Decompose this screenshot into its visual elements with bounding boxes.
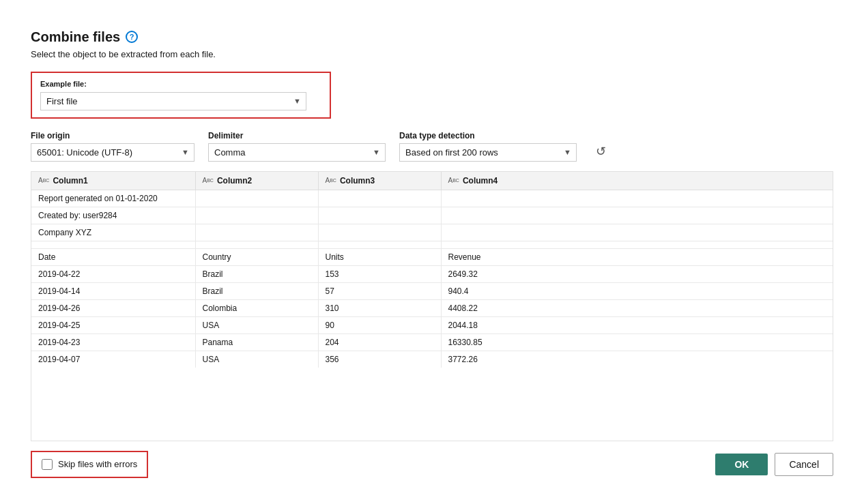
table-cell-7-0: 2019-04-26 [31, 299, 195, 316]
table-cell-1-3 [441, 207, 833, 224]
table-row: 2019-04-07USA3563772.26 [31, 351, 833, 368]
table-cell-7-1: Colombia [195, 299, 318, 316]
skip-files-section: Skip files with errors [31, 451, 148, 478]
table-row: 2019-04-23Panama20416330.85 [31, 333, 833, 351]
col-type-icon-1: ABC [203, 177, 214, 184]
table-cell-4-3: Revenue [441, 248, 833, 265]
table-cell-1-0: Created by: user9284 [31, 207, 195, 224]
table-row: Report generated on 01-01-2020 [31, 190, 833, 207]
table-row: Created by: user9284 [31, 207, 833, 224]
title-row: Combine files ? [31, 29, 833, 45]
table-cell-3-2 [318, 241, 441, 248]
data-type-label: Data type detection [399, 131, 577, 140]
delimiter-wrapper[interactable]: Comma ▼ [208, 143, 386, 162]
dialog-subtitle: Select the object to be extracted from e… [31, 49, 833, 59]
table-row: Company XYZ [31, 224, 833, 241]
cancel-button[interactable]: Cancel [775, 453, 833, 476]
table-cell-4-0: Date [31, 248, 195, 265]
table-cell-7-3: 4408.22 [441, 299, 833, 316]
table-cell-1-1 [195, 207, 318, 224]
example-file-section: Example file: First file ▼ [31, 72, 331, 119]
data-table-wrapper: ABCColumn1ABCColumn2ABCColumn3ABCColumn4… [31, 171, 833, 441]
skip-files-label: Skip files with errors [58, 459, 137, 469]
table-header-row: ABCColumn1ABCColumn2ABCColumn3ABCColumn4 [31, 172, 833, 190]
col-type-icon-0: ABC [38, 177, 49, 184]
table-cell-1-2 [318, 207, 441, 224]
table-cell-5-1: Brazil [195, 265, 318, 282]
table-cell-4-1: Country [195, 248, 318, 265]
table-cell-6-3: 940.4 [441, 282, 833, 299]
table-cell-6-0: 2019-04-14 [31, 282, 195, 299]
delimiter-group: Delimiter Comma ▼ [208, 131, 386, 162]
table-cell-5-2: 153 [318, 265, 441, 282]
dialog-title: Combine files [31, 29, 120, 45]
table-cell-5-3: 2649.32 [441, 265, 833, 282]
table-cell-9-3: 16330.85 [441, 333, 833, 351]
table-cell-8-3: 2044.18 [441, 316, 833, 333]
ok-button[interactable]: OK [715, 454, 768, 475]
help-icon[interactable]: ? [126, 31, 138, 43]
table-cell-9-2: 204 [318, 333, 441, 351]
col-header-3: ABCColumn4 [441, 172, 833, 190]
table-cell-10-2: 356 [318, 351, 441, 368]
skip-files-checkbox[interactable] [42, 459, 53, 470]
table-container[interactable]: ABCColumn1ABCColumn2ABCColumn3ABCColumn4… [31, 172, 833, 441]
table-cell-3-1 [195, 241, 318, 248]
col-label-0: Column1 [53, 176, 87, 186]
example-file-label: Example file: [40, 80, 321, 88]
table-cell-9-1: Panama [195, 333, 318, 351]
example-file-select[interactable]: First file [40, 92, 306, 110]
table-cell-3-0 [31, 241, 195, 248]
file-origin-select[interactable]: 65001: Unicode (UTF-8) [31, 143, 195, 162]
col-label-3: Column4 [463, 176, 498, 186]
delimiter-label: Delimiter [208, 131, 386, 140]
table-cell-2-3 [441, 224, 833, 241]
table-cell-6-1: Brazil [195, 282, 318, 299]
col-header-2: ABCColumn3 [318, 172, 441, 190]
file-origin-wrapper[interactable]: 65001: Unicode (UTF-8) ▼ [31, 143, 195, 162]
col-type-icon-3: ABC [448, 177, 459, 184]
data-type-wrapper[interactable]: Based on first 200 rows ▼ [399, 143, 577, 162]
refresh-button[interactable]: ↺ [590, 141, 611, 162]
data-type-select[interactable]: Based on first 200 rows [399, 143, 577, 162]
table-cell-8-0: 2019-04-25 [31, 316, 195, 333]
table-cell-2-1 [195, 224, 318, 241]
file-origin-group: File origin 65001: Unicode (UTF-8) ▼ [31, 131, 195, 162]
table-cell-2-2 [318, 224, 441, 241]
table-row: 2019-04-22Brazil1532649.32 [31, 265, 833, 282]
table-cell-7-2: 310 [318, 299, 441, 316]
col-header-1: ABCColumn2 [195, 172, 318, 190]
table-cell-9-0: 2019-04-23 [31, 333, 195, 351]
table-cell-8-1: USA [195, 316, 318, 333]
table-cell-2-0: Company XYZ [31, 224, 195, 241]
table-cell-8-2: 90 [318, 316, 441, 333]
data-type-group: Data type detection Based on first 200 r… [399, 131, 577, 162]
table-cell-6-2: 57 [318, 282, 441, 299]
col-header-0: ABCColumn1 [31, 172, 195, 190]
table-cell-0-3 [441, 190, 833, 207]
example-file-wrapper[interactable]: First file ▼ [40, 92, 306, 110]
table-row: 2019-04-25USA902044.18 [31, 316, 833, 333]
delimiter-select[interactable]: Comma [208, 143, 386, 162]
table-cell-10-3: 3772.26 [441, 351, 833, 368]
table-cell-10-1: USA [195, 351, 318, 368]
table-cell-4-2: Units [318, 248, 441, 265]
table-cell-10-0: 2019-04-07 [31, 351, 195, 368]
table-cell-3-3 [441, 241, 833, 248]
table-row: 2019-04-14Brazil57940.4 [31, 282, 833, 299]
table-cell-0-0: Report generated on 01-01-2020 [31, 190, 195, 207]
combine-files-dialog: Combine files ? Select the object to be … [9, 10, 855, 494]
table-row: 2019-04-26Colombia3104408.22 [31, 299, 833, 316]
file-origin-label: File origin [31, 131, 195, 140]
col-label-2: Column3 [340, 176, 375, 186]
data-table: ABCColumn1ABCColumn2ABCColumn3ABCColumn4… [31, 172, 833, 368]
table-row: DateCountryUnitsRevenue [31, 248, 833, 265]
bottom-row: Skip files with errors OK Cancel [31, 451, 833, 478]
table-cell-5-0: 2019-04-22 [31, 265, 195, 282]
action-buttons: OK Cancel [715, 453, 833, 476]
table-row [31, 241, 833, 248]
col-label-1: Column2 [217, 176, 252, 186]
table-cell-0-1 [195, 190, 318, 207]
controls-row: File origin 65001: Unicode (UTF-8) ▼ Del… [31, 131, 833, 162]
col-type-icon-2: ABC [326, 177, 336, 184]
